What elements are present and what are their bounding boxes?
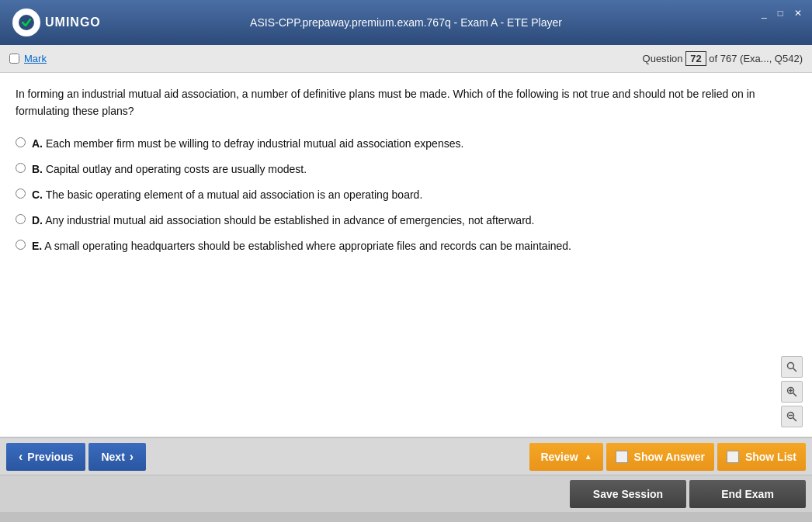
action-row: Save Session End Exam — [0, 475, 812, 512]
search-zoom-button[interactable] — [781, 356, 803, 378]
chevron-left-icon: ‹ — [19, 450, 23, 464]
logo-text: UMINGO — [45, 16, 101, 29]
previous-label: Previous — [27, 451, 73, 463]
zoom-controls — [781, 356, 803, 427]
option-d-label: D. Any industrial mutual aid association… — [32, 213, 535, 229]
option-b-label: B. Capital outlay and operating costs ar… — [32, 161, 307, 178]
option-d-radio[interactable] — [16, 214, 26, 224]
show-list-button[interactable]: Show List — [717, 443, 806, 471]
show-answer-button[interactable]: Show Answer — [606, 443, 714, 471]
option-c-radio[interactable] — [16, 188, 26, 199]
mark-checkbox-input[interactable] — [9, 54, 19, 64]
review-label: Review — [540, 451, 578, 463]
window-controls: _ □ ✕ — [758, 6, 806, 20]
option-a[interactable]: A. Each member firm must be willing to d… — [16, 136, 796, 152]
search-icon — [786, 361, 797, 372]
question-number: 72 — [685, 51, 706, 66]
mark-label[interactable]: Mark — [24, 53, 47, 64]
save-session-button[interactable]: Save Session — [570, 480, 686, 508]
svg-point-0 — [19, 15, 34, 30]
svg-line-8 — [793, 418, 797, 422]
close-button[interactable]: ✕ — [790, 6, 806, 20]
chevron-right-icon: › — [130, 450, 134, 464]
next-button[interactable]: Next › — [88, 443, 146, 471]
option-b[interactable]: B. Capital outlay and operating costs ar… — [16, 161, 796, 178]
logo-icon — [12, 9, 40, 36]
question-total: of 767 (Exa..., Q542) — [709, 53, 803, 64]
question-label: Question — [643, 53, 683, 64]
title-bar: UMINGO ASIS-CPP.prepaway.premium.exam.76… — [0, 0, 812, 45]
end-exam-button[interactable]: End Exam — [689, 480, 806, 508]
maximize-button[interactable]: □ — [774, 6, 787, 20]
question-text: In forming an industrial mutual aid asso… — [16, 85, 796, 120]
option-c[interactable]: C. The basic operating element of a mutu… — [16, 187, 796, 203]
option-b-radio[interactable] — [16, 163, 26, 173]
main-content: In forming an industrial mutual aid asso… — [0, 73, 812, 437]
option-d[interactable]: D. Any industrial mutual aid association… — [16, 213, 796, 229]
option-e-label: E. A small operating headquarters should… — [32, 238, 571, 254]
toolbar: Mark Question 72 of 767 (Exa..., Q542) — [0, 45, 812, 73]
show-answer-label: Show Answer — [634, 451, 705, 463]
options-list: A. Each member firm must be willing to d… — [16, 136, 796, 254]
option-a-label: A. Each member firm must be willing to d… — [32, 136, 463, 152]
minimize-button[interactable]: _ — [758, 6, 771, 20]
mark-checkbox-label[interactable]: Mark — [9, 53, 47, 64]
triangle-up-icon: ▲ — [585, 452, 592, 461]
zoom-in-button[interactable] — [781, 381, 803, 403]
show-list-label: Show List — [745, 451, 796, 463]
window-title: ASIS-CPP.prepaway.premium.exam.767q - Ex… — [250, 16, 562, 29]
next-label: Next — [101, 451, 124, 463]
option-c-label: C. The basic operating element of a mutu… — [32, 187, 422, 203]
option-e[interactable]: E. A small operating headquarters should… — [16, 238, 796, 254]
svg-point-1 — [788, 363, 794, 369]
option-a-radio[interactable] — [16, 137, 26, 147]
svg-line-2 — [793, 368, 797, 372]
svg-line-4 — [793, 393, 797, 397]
option-e-radio[interactable] — [16, 240, 26, 250]
previous-button[interactable]: ‹ Previous — [6, 443, 85, 471]
zoom-out-icon — [786, 411, 797, 422]
zoom-out-button[interactable] — [781, 406, 803, 427]
review-button[interactable]: Review ▲ — [529, 443, 602, 471]
bottom-nav: ‹ Previous Next › Review ▲ Show Answer S… — [0, 437, 812, 475]
show-answer-checkbox-icon — [616, 451, 628, 463]
question-info: Question 72 of 767 (Exa..., Q542) — [643, 51, 803, 66]
logo: UMINGO — [12, 9, 101, 36]
zoom-in-icon — [786, 386, 797, 397]
show-list-checkbox-icon — [727, 451, 739, 463]
